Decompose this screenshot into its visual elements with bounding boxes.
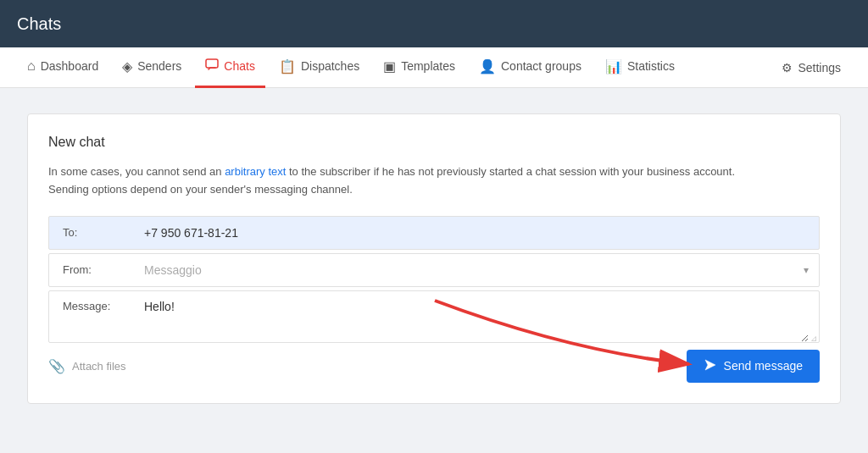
new-chat-card: New chat In some cases, you cannot send … <box>27 113 841 404</box>
main-content: New chat In some cases, you cannot send … <box>0 88 868 429</box>
settings-icon: ⚙ <box>782 61 793 75</box>
nav-item-chats[interactable]: Chats <box>195 47 265 88</box>
send-label: Send message <box>724 359 803 373</box>
contact-groups-icon: 👤 <box>479 58 496 75</box>
dashboard-icon: ⌂ <box>27 58 36 74</box>
nav-item-contact-groups[interactable]: 👤 Contact groups <box>469 47 592 88</box>
nav-label-contact-groups: Contact groups <box>501 59 581 73</box>
senders-icon: ◈ <box>122 58 132 75</box>
main-nav: ⌂ Dashboard ◈ Senders Chats 📋 Dispatches… <box>0 47 868 88</box>
nav-label-dashboard: Dashboard <box>41 59 99 73</box>
nav-right: ⚙ Settings <box>771 61 851 75</box>
send-icon <box>704 358 717 374</box>
dropdown-icon: ▾ <box>793 256 819 285</box>
info-line1: In some cases, you cannot send an arbitr… <box>48 165 735 178</box>
nav-label-templates: Templates <box>401 59 455 73</box>
nav-label-dispatches: Dispatches <box>301 59 359 73</box>
attach-icon: 📎 <box>48 358 65 374</box>
nav-label-senders: Senders <box>137 59 181 73</box>
chats-icon <box>205 58 219 74</box>
nav-item-dashboard[interactable]: ⌂ Dashboard <box>17 47 108 88</box>
info-line2: Sending options depend on your sender's … <box>48 183 353 196</box>
app-header: Chats <box>0 0 868 47</box>
nav-item-statistics[interactable]: 📊 Statistics <box>595 47 685 88</box>
to-value[interactable]: +7 950 671-81-21 <box>134 218 819 248</box>
svg-rect-0 <box>206 59 218 68</box>
nav-item-dispatches[interactable]: 📋 Dispatches <box>269 47 370 88</box>
to-label: To: <box>49 218 134 247</box>
card-title: New chat <box>48 135 820 150</box>
settings-label: Settings <box>798 61 841 75</box>
message-label: Message: <box>49 291 134 321</box>
to-row: To: +7 950 671-81-21 <box>48 216 820 250</box>
from-value: Messaggio <box>134 255 793 285</box>
attach-button[interactable]: 📎 Attach files <box>48 358 126 374</box>
templates-icon: ▣ <box>383 58 396 75</box>
nav-item-templates[interactable]: ▣ Templates <box>373 47 465 88</box>
send-message-button[interactable]: Send message <box>687 350 820 383</box>
nav-label-statistics: Statistics <box>627 59 675 73</box>
resize-handle: ⊿ <box>809 332 819 342</box>
message-row: Message: Hello! ⊿ <box>48 290 820 343</box>
settings-link[interactable]: ⚙ Settings <box>771 61 851 75</box>
from-row[interactable]: From: Messaggio ▾ <box>48 253 820 287</box>
statistics-icon: 📊 <box>605 58 622 75</box>
info-text: In some cases, you cannot send an arbitr… <box>48 163 820 199</box>
header-title: Chats <box>17 14 61 34</box>
nav-item-senders[interactable]: ◈ Senders <box>112 47 192 88</box>
nav-items: ⌂ Dashboard ◈ Senders Chats 📋 Dispatches… <box>17 47 685 88</box>
footer-row: 📎 Attach files Send message <box>48 350 820 383</box>
message-textarea[interactable]: Hello! <box>134 291 809 342</box>
from-label: From: <box>49 255 134 285</box>
nav-label-chats: Chats <box>224 59 255 73</box>
attach-label: Attach files <box>72 360 126 373</box>
dispatches-icon: 📋 <box>279 58 296 75</box>
